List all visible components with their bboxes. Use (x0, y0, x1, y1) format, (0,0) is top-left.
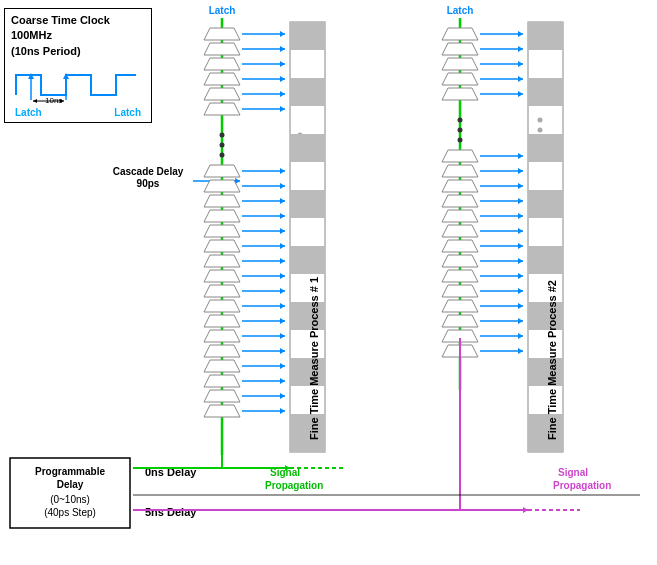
svg-marker-86 (204, 405, 240, 417)
svg-point-117 (458, 128, 463, 133)
svg-marker-145 (518, 258, 523, 264)
main-svg: Latch (0, 0, 657, 565)
svg-rect-169 (528, 246, 563, 274)
svg-marker-136 (518, 213, 523, 219)
svg-text:(40ps Step): (40ps Step) (44, 507, 96, 518)
svg-rect-90 (290, 22, 325, 50)
svg-marker-133 (518, 198, 523, 204)
svg-marker-15 (280, 46, 285, 52)
svg-text:Propagation: Propagation (553, 480, 611, 491)
svg-marker-40 (280, 168, 285, 174)
svg-marker-21 (280, 76, 285, 82)
svg-marker-122 (442, 150, 478, 162)
svg-marker-44 (204, 195, 240, 207)
svg-text:Signal: Signal (558, 467, 588, 478)
svg-marker-163 (518, 348, 523, 354)
svg-marker-76 (280, 348, 285, 354)
svg-marker-103 (518, 31, 523, 37)
svg-rect-168 (528, 190, 563, 218)
svg-marker-155 (442, 315, 478, 327)
svg-marker-55 (280, 243, 285, 249)
svg-rect-93 (290, 190, 325, 218)
svg-marker-88 (280, 408, 285, 414)
svg-marker-71 (204, 330, 240, 342)
svg-marker-127 (518, 168, 523, 174)
svg-marker-80 (204, 375, 240, 387)
svg-marker-142 (518, 243, 523, 249)
svg-marker-152 (442, 300, 478, 312)
svg-point-120 (538, 128, 543, 133)
svg-marker-56 (204, 255, 240, 267)
svg-rect-91 (290, 78, 325, 106)
svg-rect-92 (290, 134, 325, 162)
svg-text:Fine Time Measure Process # 1: Fine Time Measure Process # 1 (308, 277, 320, 440)
svg-marker-106 (518, 46, 523, 52)
svg-marker-112 (518, 76, 523, 82)
svg-marker-19 (204, 73, 240, 85)
svg-marker-59 (204, 270, 240, 282)
svg-marker-148 (518, 273, 523, 279)
svg-rect-167 (528, 134, 563, 162)
svg-marker-130 (518, 183, 523, 189)
svg-marker-22 (204, 88, 240, 100)
svg-point-30 (220, 153, 225, 158)
svg-marker-46 (280, 198, 285, 204)
svg-marker-41 (204, 180, 240, 192)
svg-text:Delay: Delay (57, 479, 84, 490)
svg-marker-68 (204, 315, 240, 327)
svg-marker-110 (442, 73, 478, 85)
svg-rect-94 (290, 246, 325, 274)
svg-rect-165 (528, 22, 563, 50)
svg-marker-193 (523, 507, 528, 513)
svg-text:Fine Time Measure Process #2: Fine Time Measure Process #2 (546, 280, 558, 440)
svg-text:Latch: Latch (209, 5, 236, 16)
svg-point-118 (458, 138, 463, 143)
svg-marker-10 (204, 28, 240, 40)
svg-marker-140 (442, 240, 478, 252)
svg-marker-64 (280, 288, 285, 294)
svg-marker-107 (442, 58, 478, 70)
svg-marker-137 (442, 225, 478, 237)
svg-text:Programmable: Programmable (35, 466, 105, 477)
svg-marker-74 (204, 345, 240, 357)
svg-marker-58 (280, 258, 285, 264)
svg-marker-61 (280, 273, 285, 279)
svg-marker-85 (280, 393, 285, 399)
svg-marker-125 (442, 165, 478, 177)
svg-marker-16 (204, 58, 240, 70)
svg-marker-82 (280, 378, 285, 384)
svg-marker-101 (442, 28, 478, 40)
svg-text:Propagation: Propagation (265, 480, 323, 491)
svg-text:Cascade Delay: Cascade Delay (113, 166, 184, 177)
svg-marker-83 (204, 390, 240, 402)
svg-marker-25 (204, 103, 240, 115)
svg-marker-67 (280, 303, 285, 309)
svg-point-119 (538, 118, 543, 123)
svg-marker-62 (204, 285, 240, 297)
svg-marker-77 (204, 360, 240, 372)
svg-marker-109 (518, 61, 523, 67)
svg-marker-149 (442, 285, 478, 297)
svg-text:90ps: 90ps (137, 178, 160, 189)
svg-marker-151 (518, 288, 523, 294)
svg-marker-160 (518, 333, 523, 339)
svg-marker-73 (280, 333, 285, 339)
svg-marker-53 (204, 240, 240, 252)
svg-marker-139 (518, 228, 523, 234)
svg-marker-124 (518, 153, 523, 159)
svg-marker-157 (518, 318, 523, 324)
svg-marker-143 (442, 255, 478, 267)
svg-rect-166 (528, 78, 563, 106)
svg-marker-13 (204, 43, 240, 55)
svg-marker-113 (442, 88, 478, 100)
svg-marker-27 (280, 106, 285, 112)
svg-marker-43 (280, 183, 285, 189)
svg-marker-128 (442, 180, 478, 192)
svg-marker-24 (280, 91, 285, 97)
svg-marker-47 (204, 210, 240, 222)
svg-marker-65 (204, 300, 240, 312)
svg-marker-12 (280, 31, 285, 37)
svg-marker-49 (280, 213, 285, 219)
diagram: Coarse Time Clock 100MHz (10ns Period) 1… (0, 0, 657, 565)
svg-marker-131 (442, 195, 478, 207)
